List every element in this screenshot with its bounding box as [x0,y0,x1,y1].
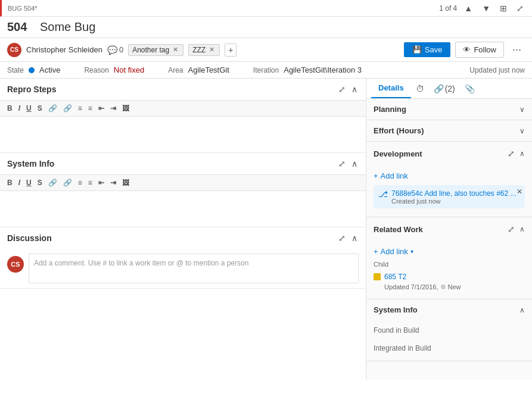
child-item: 685 T2 [374,270,525,283]
toolbar-strikethrough[interactable]: S [35,103,45,114]
sysinfo-link2[interactable]: 🔗 [61,177,74,188]
sysinfo-expand-icon[interactable]: ⤢ [337,158,347,170]
sysinfo-link1[interactable]: 🔗 [46,177,60,188]
toolbar-underline[interactable]: U [24,103,34,114]
expand-button[interactable]: ⤢ [514,2,526,14]
more-options-button[interactable]: ··· [509,42,525,57]
dev-link-title[interactable]: 7688e54c Add line, also touches #62 ... [391,189,517,198]
toolbar-bold[interactable]: B [5,103,15,114]
tag-another-close[interactable]: ✕ [172,46,179,54]
repro-editor[interactable] [0,117,366,152]
author-name: Christopher Schleiden [26,45,102,54]
sysinfo-image[interactable]: 🖼 [120,177,132,188]
toolbar-italic[interactable]: I [16,103,23,114]
related-work-header[interactable]: Related Work ⤢ ∧ [366,217,532,241]
sysinfo-indent-out[interactable]: ⇤ [96,177,107,188]
dev-link-content: 7688e54c Add line, also touches #62 ... … [391,189,520,205]
discussion-section: Discussion ⤢ ∧ CS Add a comment. Use # t… [0,227,366,289]
tag-zzz-label: ZZZ [192,46,206,54]
planning-collapse[interactable]: ∨ [519,105,525,114]
sysinfo-indent-in[interactable]: ⇥ [108,177,119,188]
toolbar-list-ul[interactable]: ≡ [76,103,85,114]
sysinfo-list-ul[interactable]: ≡ [76,177,85,188]
area-value[interactable]: AgileTestGit [188,65,229,74]
system-info-collapse[interactable]: ∧ [519,306,525,314]
development-header[interactable]: Development ⤢ ∧ [366,142,532,165]
dev-link-close-button[interactable]: ✕ [517,188,522,196]
related-add-link-button[interactable]: + Add link ▾ [374,245,413,258]
child-updated: Updated 7/1/2016, New [384,283,525,290]
sysinfo-italic[interactable]: I [16,177,23,188]
sysinfo-collapse-icon[interactable]: ∧ [350,158,359,170]
sysinfo-underline[interactable]: U [24,177,34,188]
effort-section: Effort (Hours) ∨ [366,120,532,142]
state-item: State Active [7,65,60,74]
toolbar-link1[interactable]: 🔗 [46,103,60,114]
toolbar-indent-in[interactable]: ⇥ [108,103,119,114]
repro-steps-header[interactable]: Repro Steps ⤢ ∧ [0,79,366,100]
system-info-right-title: System Info [374,305,418,314]
toolbar-indent-out[interactable]: ⇤ [96,103,107,114]
right-panel: Details ⏱ 🔗 (2) 📎 Planning ∨ Effort (Hou [366,79,532,380]
grid-view-button[interactable]: ⊞ [497,2,509,14]
sysinfo-strike[interactable]: S [35,177,45,188]
development-expand-icon[interactable]: ⤢ [506,148,516,160]
repro-steps-actions: ⤢ ∧ [337,83,359,95]
add-tag-button[interactable]: + [225,43,237,57]
bug-title[interactable]: Some Bug [40,20,95,34]
system-info-left-actions: ⤢ ∧ [337,158,359,170]
toolbar-image[interactable]: 🖼 [120,103,132,114]
nav-up-button[interactable]: ▲ [462,2,475,14]
iteration-value[interactable]: AgileTestGit\Iteration 3 [284,65,362,74]
links-count: (2) [445,84,455,93]
state-value[interactable]: Active [39,65,60,74]
iteration-label: Iteration [253,66,279,74]
sysinfo-list-ol[interactable]: ≡ [86,177,95,188]
comment-input[interactable]: Add a comment. Use # to link a work item… [29,254,359,283]
effort-title: Effort (Hours) [374,126,424,135]
system-info-left-header[interactable]: System Info ⤢ ∧ [0,153,366,174]
tag-zzz: ZZZ ✕ [188,44,220,56]
follow-label: Follow [474,45,496,54]
updated-text: Updated just now [469,66,525,74]
sysinfo-editor[interactable] [0,191,366,227]
save-button[interactable]: 💾 Save [404,42,451,57]
bug-label: BUG 504* [8,5,38,12]
discussion-header[interactable]: Discussion ⤢ ∧ [0,227,366,249]
system-info-right-header[interactable]: System Info ∧ [366,299,532,320]
attach-icon: 📎 [465,84,475,93]
repro-collapse-icon[interactable]: ∧ [350,83,359,95]
reason-value[interactable]: Not fixed [114,65,144,74]
toolbar-list-ol[interactable]: ≡ [86,103,95,114]
planning-header[interactable]: Planning ∨ [366,99,532,120]
nav-controls: 1 of 4 ▲ ▼ ⊞ ⤢ [439,2,526,14]
state-label: State [7,66,24,74]
follow-button[interactable]: 👁 Follow [455,42,504,58]
tab-details[interactable]: Details [371,79,411,98]
nav-down-button[interactable]: ▼ [480,2,493,14]
history-icon: ⏱ [416,84,424,93]
dev-link-hash: 7688e54c [391,189,423,198]
tag-zzz-close[interactable]: ✕ [208,46,216,54]
effort-collapse[interactable]: ∨ [519,127,525,135]
tab-links[interactable]: 🔗 (2) [429,79,460,98]
tab-attachments[interactable]: 📎 [460,79,480,98]
repro-expand-icon[interactable]: ⤢ [337,83,347,95]
discussion-title: Discussion [7,233,52,243]
discussion-expand-icon[interactable]: ⤢ [337,232,347,244]
dev-add-link-button[interactable]: + Add link [374,169,408,183]
divider [32,20,35,34]
toolbar-link2[interactable]: 🔗 [61,103,74,114]
child-color-badge [374,273,381,280]
related-collapse[interactable]: ∧ [519,225,525,233]
reason-item: Reason Not fixed [84,65,144,74]
child-link[interactable]: 685 T2 [384,273,406,281]
related-plus-icon: + [374,247,378,256]
tab-history[interactable]: ⏱ [411,79,429,98]
related-expand-icon[interactable]: ⤢ [506,223,516,235]
sysinfo-bold[interactable]: B [5,177,15,188]
related-add-link-label: Add link [381,247,408,256]
effort-header[interactable]: Effort (Hours) ∨ [366,120,532,141]
discussion-collapse-icon[interactable]: ∧ [350,232,359,244]
development-collapse[interactable]: ∧ [519,149,525,158]
